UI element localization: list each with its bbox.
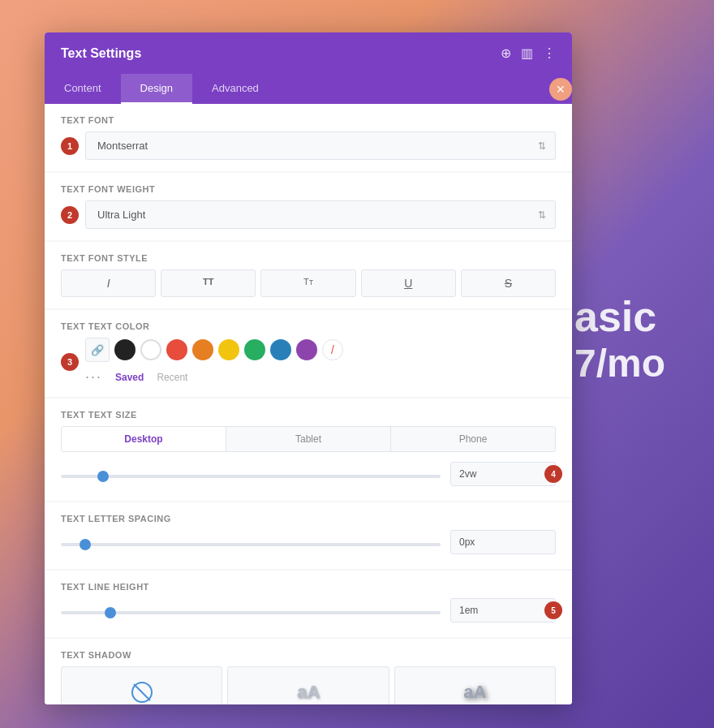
bg-text-line1: asic [574, 292, 665, 341]
color-black[interactable] [114, 339, 135, 360]
header-icons: ⊕ ▥ ⋮ [501, 45, 556, 61]
size-value-input[interactable] [450, 462, 556, 486]
color-white[interactable] [140, 339, 161, 360]
tab-design[interactable]: Design [121, 74, 192, 104]
font-style-label: Text Font Style [61, 253, 556, 263]
bg-text-line2: 7/mo [574, 341, 665, 386]
line-height-label: Text Line Height [61, 582, 556, 592]
close-button[interactable]: ✕ [549, 78, 572, 101]
color-tab-row: ··· Saved Recent [85, 368, 556, 386]
style-btn-italic[interactable]: I [61, 269, 156, 297]
size-slider[interactable] [61, 475, 441, 478]
shadow-option-2[interactable]: aA [394, 666, 556, 704]
background-text: asic 7/mo [574, 292, 665, 386]
letter-spacing-label: Text Letter Spacing [61, 514, 556, 523]
font-badge: 1 [61, 137, 79, 155]
text-color-label: Text Text Color [61, 321, 556, 331]
device-tabs: Desktop Tablet Phone [61, 426, 556, 452]
size-slider-row: 4 [61, 462, 556, 486]
size-value-wrapper: 4 [450, 462, 556, 486]
weight-select[interactable]: Ultra Light Light Regular Bold [85, 200, 556, 229]
color-red[interactable] [166, 339, 187, 360]
color-tab-recent[interactable]: Recent [157, 372, 187, 383]
panel-body: Text Font 1 Montserrat Roboto Open Sans … [45, 104, 572, 704]
color-picker-area: 🔗 / ··· Saved Recent [85, 338, 556, 386]
size-badge: 4 [544, 465, 562, 483]
color-slash-btn[interactable]: / [322, 339, 343, 360]
shadow-grid: aA aA aA aA aA [61, 666, 556, 704]
line-height-slider-row: 5 [61, 598, 556, 622]
size-slider-wrapper [61, 467, 441, 481]
style-btn-uppercase[interactable]: TT [161, 269, 256, 297]
font-select-wrapper: Montserrat Roboto Open Sans ⇅ [85, 131, 556, 160]
color-badge: 3 [61, 353, 79, 371]
tab-bar: Content Design Advanced ✕ [45, 74, 572, 104]
more-colors-btn[interactable]: ··· [85, 368, 102, 386]
line-height-value-input[interactable] [450, 598, 556, 622]
text-color-section: Text Text Color 3 🔗 / [45, 310, 572, 397]
spacing-slider[interactable] [61, 543, 441, 546]
color-yellow[interactable] [218, 339, 239, 360]
text-shadow-label: Text Shadow [61, 650, 556, 660]
no-shadow-icon [131, 681, 153, 704]
spacing-value-wrapper [450, 530, 556, 554]
device-tab-tablet[interactable]: Tablet [226, 427, 391, 451]
tab-content[interactable]: Content [45, 74, 121, 104]
text-color-row: 3 🔗 / ··· [61, 338, 556, 386]
color-blue[interactable] [270, 339, 291, 360]
settings-panel: Text Settings ⊕ ▥ ⋮ Content Design Advan… [45, 32, 572, 704]
svg-line-1 [134, 684, 150, 700]
style-btn-capitalize[interactable]: TT [260, 269, 355, 297]
line-height-section: Text Line Height 5 [45, 571, 572, 637]
columns-icon[interactable]: ▥ [521, 45, 533, 61]
shadow-option-1[interactable]: aA [227, 666, 389, 704]
font-weight-row: 2 Ultra Light Light Regular Bold ⇅ [61, 200, 556, 229]
font-weight-section: Text Font Weight 2 Ultra Light Light Reg… [45, 173, 572, 240]
color-purple[interactable] [296, 339, 317, 360]
text-shadow-section: Text Shadow aA aA aA aA [45, 639, 572, 704]
tab-advanced[interactable]: Advanced [192, 74, 278, 104]
font-style-section: Text Font Style I TT TT U S [45, 242, 572, 308]
weight-badge: 2 [61, 206, 79, 224]
style-btn-underline[interactable]: U [361, 269, 456, 297]
letter-spacing-section: Text Letter Spacing [45, 502, 572, 569]
text-size-section: Text Text Size Desktop Tablet Phone 4 [45, 398, 572, 501]
line-height-slider-wrapper [61, 603, 441, 618]
color-link-btn[interactable]: 🔗 [85, 338, 110, 362]
spacing-slider-wrapper [61, 535, 441, 549]
weight-select-wrapper: Ultra Light Light Regular Bold ⇅ [85, 200, 556, 229]
style-btn-strikethrough[interactable]: S [461, 269, 556, 297]
text-font-label: Text Font [61, 115, 556, 125]
more-icon[interactable]: ⋮ [543, 45, 556, 61]
text-font-row: 1 Montserrat Roboto Open Sans ⇅ [61, 131, 556, 160]
shadow-none[interactable] [61, 666, 222, 704]
color-swatches: 🔗 / [85, 338, 556, 362]
panel-header: Text Settings ⊕ ▥ ⋮ [45, 32, 572, 74]
spacing-slider-row [61, 530, 556, 554]
panel-title: Text Settings [61, 46, 141, 61]
color-orange[interactable] [192, 339, 213, 360]
text-size-label: Text Text Size [61, 410, 556, 420]
style-buttons-row: I TT TT U S [61, 269, 556, 297]
font-weight-label: Text Font Weight [61, 184, 556, 194]
color-green[interactable] [244, 339, 265, 360]
line-height-badge: 5 [544, 601, 562, 619]
device-tab-phone[interactable]: Phone [391, 427, 555, 451]
target-icon[interactable]: ⊕ [501, 45, 511, 61]
line-height-slider[interactable] [61, 611, 441, 614]
spacing-value-input[interactable] [450, 530, 556, 554]
color-tab-saved[interactable]: Saved [115, 372, 144, 383]
text-font-section: Text Font 1 Montserrat Roboto Open Sans … [45, 104, 572, 171]
font-select[interactable]: Montserrat Roboto Open Sans [85, 131, 556, 160]
device-tab-desktop[interactable]: Desktop [62, 427, 226, 451]
line-height-value-wrapper: 5 [450, 598, 556, 622]
